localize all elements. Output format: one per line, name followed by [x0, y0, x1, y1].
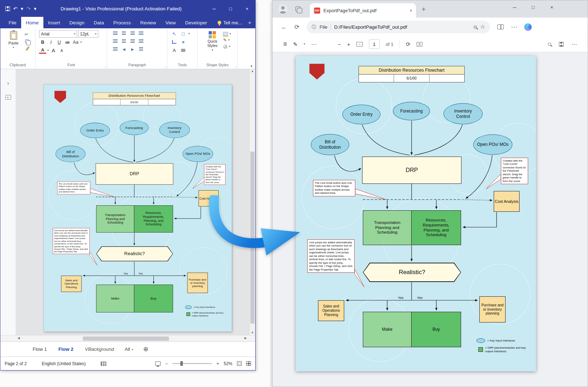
callout-line-curve[interactable]: Created with the "Line-Curve" connector …: [204, 164, 225, 185]
new-tab-button[interactable]: +: [422, 6, 426, 13]
workspaces-icon[interactable]: [295, 6, 300, 11]
minimize-button[interactable]: ─: [505, 0, 524, 14]
shape-open-pos-mos[interactable]: Open POs/ MOs: [182, 146, 213, 162]
presentation-mode-icon[interactable]: [155, 362, 161, 366]
format-painter-icon[interactable]: [25, 46, 29, 51]
line-spacing-button[interactable]: [137, 38, 145, 45]
connector-tool-button[interactable]: [170, 38, 178, 46]
page-view-icon[interactable]: [417, 42, 422, 47]
copilot-icon[interactable]: [524, 23, 532, 31]
tab-process[interactable]: Process: [109, 17, 136, 28]
pdf-search-icon[interactable]: [548, 43, 551, 46]
visio-drawing-page[interactable]: Distribution Resources Flowchart 6/1/00 …: [44, 85, 232, 331]
justify-button[interactable]: [137, 30, 145, 37]
address-bar[interactable]: ⓘ File D:/Files/ExportPageToPdf_out.pdf …: [307, 21, 490, 33]
effects-icon[interactable]: [223, 44, 227, 49]
shape-sales-operations[interactable]: Sales and Operations Planning: [318, 300, 344, 321]
pdf-zoom-out-icon[interactable]: −: [338, 42, 341, 47]
split-screen-icon[interactable]: [497, 24, 504, 29]
shape-make[interactable]: Make: [363, 312, 412, 347]
maximize-button[interactable]: □: [524, 0, 542, 14]
underline-button[interactable]: U: [56, 39, 63, 46]
switch-windows-icon[interactable]: [246, 361, 251, 366]
tab-data[interactable]: Data: [89, 17, 109, 28]
scroll-down-icon[interactable]: ▼: [250, 331, 255, 334]
page-tab-flow1[interactable]: Flow 1: [28, 344, 51, 354]
copy-icon[interactable]: [25, 39, 29, 43]
bullets-button[interactable]: [112, 46, 119, 53]
align-middle-button[interactable]: [120, 38, 128, 45]
font-size-select[interactable]: 12pt.▾: [78, 30, 98, 38]
align-left-button[interactable]: [112, 30, 119, 37]
grow-font-button[interactable]: A: [50, 47, 57, 54]
shape-realistic[interactable]: Realistic?: [96, 246, 173, 261]
browser-more-icon[interactable]: ⋯: [511, 24, 517, 30]
minimize-button[interactable]: ─: [206, 0, 222, 17]
text-direction-button[interactable]: [137, 46, 145, 53]
favorite-star-icon[interactable]: ☆: [480, 24, 485, 30]
italic-button[interactable]: I: [47, 39, 54, 46]
align-center-button[interactable]: [120, 30, 128, 37]
align-right-button[interactable]: [129, 30, 136, 37]
tab-review[interactable]: Review: [136, 17, 161, 28]
shape-bill-of-distribution[interactable]: Bill of Distribution: [311, 134, 349, 155]
maximize-button[interactable]: □: [222, 0, 239, 17]
zoom-out-icon[interactable]: −: [165, 362, 168, 366]
profile-avatar[interactable]: [278, 4, 288, 14]
url-text[interactable]: D:/Files/ExportPageToPdf_out.pdf: [334, 24, 470, 30]
page-tab-all-dropdown[interactable]: All▴: [121, 344, 137, 354]
shape-drp[interactable]: DRP: [96, 163, 174, 185]
shape-purchase-inventory[interactable]: Purchase and or inventory planning: [479, 296, 506, 322]
close-button[interactable]: ×: [542, 0, 561, 14]
shape-inventory-control[interactable]: Inventory Control: [444, 103, 483, 124]
text-tool-button[interactable]: A: [170, 47, 178, 54]
shape-resources-requirements[interactable]: Resources, Requirements, Planning, and S…: [134, 205, 173, 233]
document-close-icon[interactable]: ×: [248, 17, 251, 28]
shapes-panel-collapsed[interactable]: › ▸: [0, 69, 16, 335]
zoom-in-icon[interactable]: +: [217, 362, 219, 366]
shape-transportation-planning[interactable]: Transportation Planning and Scheduling: [363, 210, 412, 245]
page-tab-flow2[interactable]: Flow 2: [54, 344, 78, 354]
macro-record-icon[interactable]: [101, 362, 106, 366]
scroll-right-icon[interactable]: ▶: [245, 337, 247, 340]
pdf-zoom-in-icon[interactable]: +: [347, 42, 350, 47]
tab-developer[interactable]: Developer: [180, 17, 212, 28]
callout-line-curve[interactable]: Created with the "Line-Curve" connector …: [501, 158, 528, 184]
zoom-slider-thumb[interactable]: [180, 361, 183, 366]
draw-pen-icon[interactable]: ✎: [293, 42, 298, 47]
shape-forecasting[interactable]: Forecasting: [393, 102, 430, 120]
shape-inventory-control[interactable]: Inventory Control: [159, 121, 190, 138]
callout-line-jumps[interactable]: Line jumps are added automatically when …: [307, 239, 355, 273]
undo-icon[interactable]: ↶: [13, 6, 18, 11]
shape-transportation-planning[interactable]: Transportation Planning and Scheduling: [96, 205, 134, 233]
scroll-left-icon[interactable]: ◀: [18, 337, 20, 340]
shapes-window-icon[interactable]: ▸: [5, 95, 11, 100]
case-caret-icon[interactable]: ▾: [80, 41, 82, 44]
cut-icon[interactable]: ✂: [23, 32, 30, 37]
shape-open-pos-mos[interactable]: Open POs/ MOs: [473, 134, 512, 155]
flowchart-title-block[interactable]: Distribution Resources Flowchart 6/1/00: [93, 92, 176, 105]
font-name-select[interactable]: Arial▾: [39, 30, 77, 38]
browser-tab[interactable]: PDF ExportPageToPdf_out.pdf ×: [310, 3, 416, 18]
line-color-icon[interactable]: ✎: [223, 38, 227, 42]
tell-me-box[interactable]: Tell me...: [214, 17, 246, 28]
rectangle-caret-icon[interactable]: ▾: [188, 32, 190, 35]
align-top-button[interactable]: [112, 38, 119, 45]
callout-line-jumps[interactable]: Line jumps are added automatically when …: [53, 228, 90, 254]
file-info-icon[interactable]: ⓘ: [312, 25, 316, 29]
collapse-ribbon-icon[interactable]: ▴: [251, 64, 252, 67]
shape-sales-operations[interactable]: Sales and Operations Planning: [61, 276, 81, 292]
shape-realistic[interactable]: Realistic?: [363, 263, 461, 282]
callout-line-ends[interactable]: The Line Ends button and Line Pattern bu…: [57, 182, 90, 195]
strikethrough-button[interactable]: ab: [64, 39, 71, 46]
pointer-tool-button[interactable]: ↖: [170, 30, 178, 37]
tab-view[interactable]: View: [161, 17, 180, 28]
bold-button[interactable]: B: [39, 39, 46, 46]
quick-styles-button[interactable]: Quick Styles ▾: [204, 30, 221, 63]
expand-panel-icon[interactable]: ›: [7, 81, 9, 86]
fit-to-width-icon[interactable]: ↔: [356, 42, 363, 47]
change-case-button[interactable]: Aa: [72, 39, 79, 46]
horizontal-scroll-thumb[interactable]: [83, 336, 169, 341]
shape-forecasting[interactable]: Forecasting: [120, 120, 149, 135]
undo-caret-icon[interactable]: ▾: [21, 6, 23, 11]
